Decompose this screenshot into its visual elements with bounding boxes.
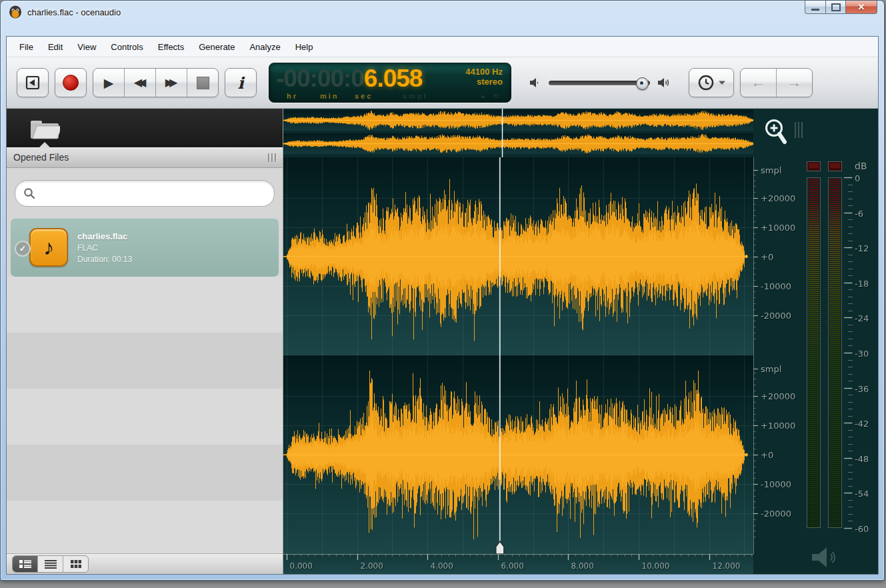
list-empty-row	[7, 333, 283, 389]
rewind-icon: ◀◀	[134, 77, 143, 88]
skip-to-start-button[interactable]	[17, 68, 49, 97]
stop-icon	[197, 77, 209, 89]
unit-smpl: smpl	[403, 92, 428, 100]
view-detailed-list-button[interactable]	[13, 556, 37, 572]
zoom-in-icon[interactable]	[763, 118, 789, 147]
menu-item-generate[interactable]: Generate	[191, 39, 242, 55]
maximize-icon	[831, 3, 841, 11]
channel-mode: stereo	[465, 77, 503, 87]
list-empty-row	[7, 389, 283, 445]
view-list-button[interactable]	[37, 556, 63, 572]
list-empty-row	[7, 277, 283, 333]
list-icon	[44, 559, 57, 569]
file-list-empty-rows	[7, 277, 283, 553]
grid-icon	[70, 559, 82, 569]
amplitude-ruler	[753, 157, 804, 554]
panel-splitter-grip[interactable]	[795, 122, 803, 138]
unit-sec: sec	[355, 92, 373, 100]
skip-to-start-icon	[25, 75, 41, 91]
info-icon: i	[237, 73, 243, 93]
clock-icon	[697, 74, 715, 91]
play-icon: ▶	[104, 77, 114, 89]
menu-item-analyze[interactable]: Analyze	[242, 39, 287, 55]
level-meter	[804, 109, 878, 574]
file-selected-check-icon: ✓	[15, 241, 31, 257]
sidebar-bottom-bar	[7, 553, 283, 574]
rewind-button[interactable]: ◀◀	[124, 69, 155, 97]
transport-group: ▶ ◀◀ ▶▶	[93, 68, 219, 97]
volume-control	[529, 76, 673, 89]
unit-min: min	[320, 92, 339, 100]
volume-slider[interactable]	[549, 81, 650, 85]
time-display[interactable]: -00:00:06.058 44100 Hz stereo hr min sec…	[269, 63, 511, 103]
speaker-high-icon	[657, 76, 673, 89]
search-box[interactable]	[15, 180, 275, 207]
opened-files-folder-icon[interactable]	[29, 116, 60, 140]
file-name: charlies.flac	[77, 231, 132, 241]
back-arrow-icon: ←	[751, 74, 766, 91]
play-button[interactable]: ▶	[93, 69, 124, 97]
ruler-gutter-bottom	[753, 554, 804, 574]
undo-back-button[interactable]: ←	[741, 69, 776, 97]
file-format: FLAC	[77, 243, 132, 253]
record-button[interactable]	[55, 68, 87, 97]
sample-rate: 44100 Hz	[465, 67, 503, 77]
title-bar: charlies.flac - ocenaudio ✕	[1, 1, 884, 41]
close-icon: ✕	[858, 2, 865, 12]
volume-knob[interactable]	[636, 77, 649, 90]
main-waveform[interactable]	[283, 157, 753, 554]
info-button[interactable]: i	[225, 68, 257, 97]
window-title: charlies.flac - ocenaudio	[27, 6, 121, 17]
menu-item-file[interactable]: File	[12, 39, 41, 55]
minimize-icon	[811, 9, 819, 11]
fast-forward-button[interactable]: ▶▶	[155, 69, 187, 97]
time-digits: -00:00:06.058	[276, 65, 422, 93]
sidebar: Opened Files ✓ ♪ ch	[7, 109, 283, 574]
sidebar-tab-strip	[7, 109, 283, 147]
file-duration: Duration: 00:13	[77, 255, 132, 264]
panel-title: Opened Files	[13, 152, 69, 163]
menu-item-view[interactable]: View	[70, 39, 103, 55]
maximize-button[interactable]	[826, 1, 846, 14]
minimize-button[interactable]	[805, 1, 826, 14]
sample-rate-display: 44100 Hz stereo	[465, 67, 503, 87]
file-meta: charlies.flac FLAC Duration: 00:13	[77, 231, 132, 264]
menu-item-edit[interactable]: Edit	[41, 39, 70, 55]
audio-file-icon: ♪	[29, 228, 68, 267]
fast-forward-icon: ▶▶	[165, 77, 174, 88]
time-format-button[interactable]	[689, 68, 734, 97]
ruler-gutter-top	[753, 109, 804, 157]
time-ruler[interactable]	[283, 554, 753, 574]
time-digits-bright: 6.058	[364, 65, 423, 92]
list-empty-row	[7, 445, 283, 501]
search-input[interactable]	[41, 187, 266, 199]
history-nav-group: ← →	[740, 68, 813, 97]
editor-area	[283, 109, 878, 574]
overview-waveform[interactable]	[283, 109, 753, 157]
forward-arrow-icon: →	[787, 74, 802, 91]
time-digits-dim: -00:00:0	[276, 65, 364, 92]
chevron-down-icon	[718, 80, 726, 85]
speaker-low-icon	[529, 77, 542, 89]
window-controls: ✕	[805, 1, 877, 14]
close-button[interactable]: ✕	[846, 1, 877, 14]
toolbar: ▶ ◀◀ ▶▶ i -00:00:06.058 44100 Hz stereo …	[7, 57, 878, 109]
panel-grip-handle[interactable]	[268, 153, 276, 162]
view-grid-button[interactable]	[63, 556, 88, 572]
app-icon	[9, 5, 22, 19]
opened-files-header: Opened Files	[7, 147, 283, 168]
unit-hr: hr	[287, 92, 298, 100]
search-area	[7, 168, 283, 218]
menu-item-effects[interactable]: Effects	[151, 39, 192, 55]
menu-item-help[interactable]: Help	[288, 39, 321, 55]
stop-button[interactable]	[187, 69, 218, 97]
amplitude-ruler-column	[753, 109, 804, 574]
detailed-list-icon	[19, 559, 32, 569]
app-window: charlies.flac - ocenaudio ✕ FileEditView…	[0, 0, 885, 581]
redo-forward-button[interactable]: →	[776, 69, 812, 97]
lcd-mini-icons: ▸ ⟲	[481, 92, 501, 101]
view-mode-group	[12, 555, 89, 573]
record-icon	[63, 75, 79, 91]
menu-item-controls[interactable]: Controls	[103, 39, 150, 55]
opened-file-item[interactable]: ✓ ♪ charlies.flac FLAC Duration: 00:13	[11, 218, 279, 277]
